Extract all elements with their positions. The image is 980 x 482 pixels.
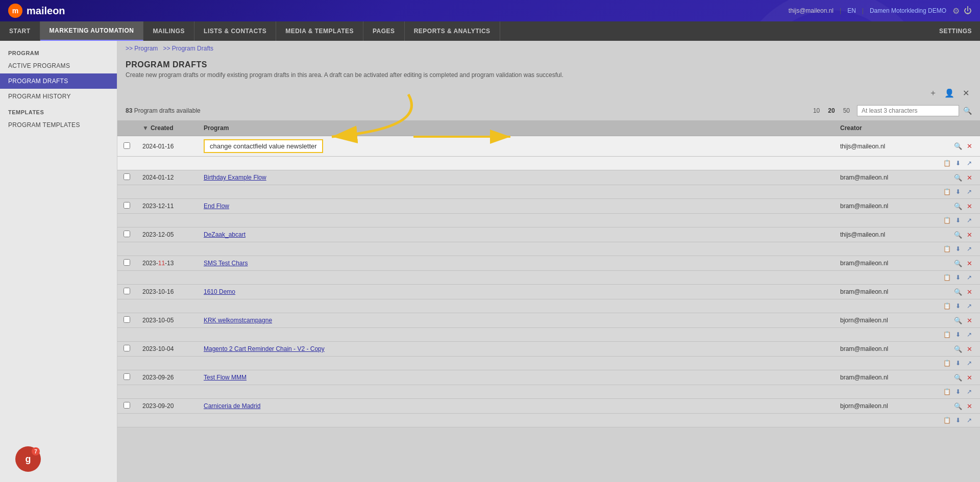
sidebar-item-program-drafts[interactable]: PROGRAM DRAFTS [0,73,117,89]
copy-doc-icon[interactable]: 📋 [942,160,951,167]
delete-icon[interactable]: ✕ [965,374,974,382]
view-icon[interactable]: 🔍 [953,345,963,353]
program-link[interactable]: Carniceria de Madrid [204,402,260,410]
download-icon[interactable]: ⬇ [953,331,963,338]
add-icon[interactable]: ＋ [927,87,939,99]
delete-icon[interactable]: ✕ [965,202,974,210]
copy-doc-icon[interactable]: 📋 [942,274,951,281]
sidebar-item-active-programs[interactable]: ACTIVE PROGRAMS [0,58,117,73]
row-creator: thijs@maileon.nl [834,227,936,242]
delete-icon[interactable]: ✕ [965,231,974,239]
external-link-icon[interactable]: ↗ [965,302,974,310]
external-link-icon[interactable]: ↗ [965,217,974,224]
program-link[interactable]: Test Flow MMM [204,374,247,381]
copy-doc-icon[interactable]: 📋 [942,188,951,195]
copy-doc-icon[interactable]: 📋 [942,331,951,338]
breadcrumb-program[interactable]: >> Program [126,45,158,52]
row-checkbox[interactable] [124,142,130,149]
external-link-icon[interactable]: ↗ [965,331,974,338]
row-checkbox[interactable] [124,288,130,294]
external-link-icon[interactable]: ↗ [965,188,974,195]
badge-count: 7 [32,447,40,455]
page-size-20[interactable]: 20 [825,106,838,115]
nav-settings[interactable]: SETTINGS [939,28,972,35]
download-icon[interactable]: ⬇ [953,388,963,395]
view-icon[interactable]: 🔍 [953,174,963,182]
user-icon[interactable]: 👤 [943,87,955,99]
row-checkbox[interactable] [124,173,130,180]
row-checkbox[interactable] [124,402,130,409]
copy-doc-icon[interactable]: 📋 [942,217,951,224]
copy-doc-icon[interactable]: 📋 [942,360,951,367]
search-input[interactable] [857,105,959,116]
lang-switch[interactable]: EN [847,7,856,14]
nav-media-templates[interactable]: MEDIA & TEMPLATES [276,21,363,41]
sidebar-item-program-history[interactable]: PROGRAM HISTORY [0,89,117,104]
view-icon[interactable]: 🔍 [953,317,963,324]
copy-doc-icon[interactable]: 📋 [942,245,951,252]
download-icon[interactable]: ⬇ [953,274,963,281]
copy-doc-icon[interactable]: 📋 [942,417,951,424]
view-icon[interactable]: 🔍 [953,288,963,296]
external-link-icon[interactable]: ↗ [965,245,974,252]
download-icon[interactable]: ⬇ [953,217,963,224]
delete-icon[interactable]: ✕ [965,174,974,182]
view-icon[interactable]: 🔍 [953,402,963,410]
program-link[interactable]: SMS Test Chars [204,260,248,267]
row-checkbox[interactable] [124,231,130,237]
view-icon[interactable]: 🔍 [953,142,963,150]
program-link[interactable]: Magento 2 Cart Reminder Chain - V2 - Cop… [204,345,325,352]
search-button[interactable]: 🔍 [963,107,972,115]
download-icon[interactable]: ⬇ [953,302,963,310]
power-icon[interactable]: ⏻ [964,6,972,16]
nav-mailings[interactable]: MAILINGS [143,21,194,41]
download-icon[interactable]: ⬇ [953,160,963,167]
nav-pages[interactable]: PAGES [363,21,405,41]
delete-icon[interactable]: ✕ [965,142,974,150]
external-link-icon[interactable]: ↗ [965,417,974,424]
user-badge[interactable]: g 7 [15,446,41,472]
col-header-created[interactable]: ▼Created [136,120,198,136]
delete-icon[interactable]: ✕ [965,402,974,410]
view-icon[interactable]: 🔍 [953,231,963,239]
copy-doc-icon[interactable]: 📋 [942,388,951,395]
program-link[interactable]: Birthday Example Flow [204,174,266,181]
external-link-icon[interactable]: ↗ [965,388,974,395]
row-checkbox[interactable] [124,345,130,351]
program-link[interactable]: End Flow [204,202,229,210]
nav-start[interactable]: START [0,21,40,41]
delete-icon[interactable]: ✕ [965,260,974,267]
delete-icon[interactable]: ✕ [965,317,974,324]
row-checkbox[interactable] [124,259,130,266]
download-icon[interactable]: ⬇ [953,360,963,367]
row-checkbox[interactable] [124,316,130,323]
view-icon[interactable]: 🔍 [953,374,963,382]
external-link-icon[interactable]: ↗ [965,360,974,367]
close-all-icon[interactable]: ✕ [960,87,972,99]
program-link[interactable]: KRK welkomstcampagne [204,317,272,324]
sidebar-item-program-templates[interactable]: PROGRAM TEMPLATES [0,117,117,133]
breadcrumb-program-drafts[interactable]: >> Program Drafts [163,45,213,52]
page-size-50[interactable]: 50 [840,106,853,115]
settings-icon[interactable]: ⚙ [952,6,960,16]
account-link[interactable]: Damen Motorkleding DEMO [870,7,946,14]
view-icon[interactable]: 🔍 [953,202,963,210]
page-size-10[interactable]: 10 [810,106,823,115]
download-icon[interactable]: ⬇ [953,245,963,252]
download-icon[interactable]: ⬇ [953,188,963,195]
external-link-icon[interactable]: ↗ [965,160,974,167]
nav-lists-contacts[interactable]: LISTS & CONTACTS [194,21,276,41]
delete-icon[interactable]: ✕ [965,288,974,296]
program-link[interactable]: DeZaak_abcart [204,231,246,238]
view-icon[interactable]: 🔍 [953,260,963,267]
program-highlight-box[interactable]: change contactfield value newsletter [204,139,323,153]
nav-reports[interactable]: REPORTS & ANALYTICS [405,21,500,41]
nav-marketing-automation[interactable]: MARKETING AUTOMATION [40,21,144,41]
delete-icon[interactable]: ✕ [965,345,974,353]
row-checkbox[interactable] [124,202,130,209]
row-checkbox[interactable] [124,373,130,380]
download-icon[interactable]: ⬇ [953,417,963,424]
external-link-icon[interactable]: ↗ [965,274,974,281]
copy-doc-icon[interactable]: 📋 [942,302,951,310]
program-link[interactable]: 1610 Demo [204,288,235,295]
